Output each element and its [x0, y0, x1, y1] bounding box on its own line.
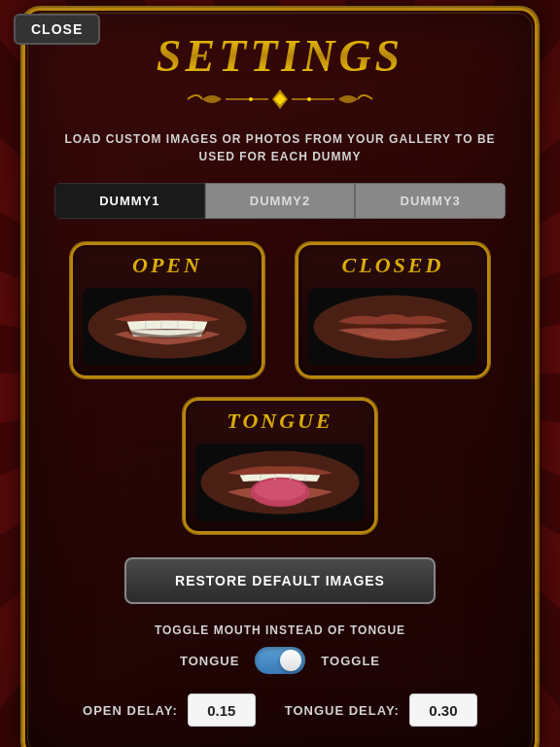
tongue-delay-input[interactable]: [409, 694, 477, 727]
subtitle-text: LOAD CUSTOM IMAGES OR PHOTOS FROM YOUR G…: [54, 130, 506, 165]
svg-point-5: [307, 97, 311, 101]
tongue-section: TONGUE: [54, 398, 506, 534]
open-label: OPEN: [73, 245, 262, 284]
ornament-decoration: [54, 86, 506, 119]
tongue-delay-group: TONGUE DELAY:: [285, 694, 477, 727]
toggle-left-label: TONGUE: [180, 654, 239, 668]
settings-panel: SETTINGS LOAD CUSTOM IMAGE: [22, 8, 538, 747]
tab-dummy2[interactable]: DUMMY2: [205, 183, 356, 219]
restore-default-button[interactable]: RESTORE DEFAULT IMAGES: [124, 557, 436, 604]
toggle-row: TONGUE TOGGLE: [54, 647, 506, 674]
toggle-right-label: TOGGLE: [321, 654, 380, 668]
svg-point-15: [255, 480, 305, 501]
dummy-tabs: DUMMY1 DUMMY2 DUMMY3: [54, 183, 506, 219]
tongue-delay-label: TONGUE DELAY:: [285, 703, 400, 718]
open-mouth-button[interactable]: OPEN: [70, 242, 264, 378]
tongue-mouth-button[interactable]: TONGUE: [183, 398, 377, 534]
tab-dummy1[interactable]: DUMMY1: [54, 183, 205, 219]
delay-row: OPEN DELAY: TONGUE DELAY:: [54, 694, 506, 727]
page-title: SETTINGS: [54, 30, 506, 82]
closed-label: CLOSED: [298, 245, 487, 284]
open-delay-group: OPEN DELAY:: [83, 694, 256, 727]
tongue-label: TONGUE: [186, 401, 374, 440]
svg-point-4: [249, 97, 253, 101]
toggle-title: TOGGLE MOUTH INSTEAD OF TONGUE: [54, 623, 506, 637]
open-mouth-image: [83, 288, 252, 366]
open-delay-input[interactable]: [188, 694, 256, 727]
close-button[interactable]: CLOSE: [14, 14, 100, 45]
closed-mouth-button[interactable]: CLOSED: [296, 242, 490, 378]
open-delay-label: OPEN DELAY:: [83, 703, 178, 718]
toggle-section: TOGGLE MOUTH INSTEAD OF TONGUE TONGUE TO…: [54, 623, 506, 674]
svg-point-12: [361, 330, 424, 340]
closed-mouth-image: [308, 288, 477, 366]
tab-dummy3[interactable]: DUMMY3: [355, 183, 506, 219]
mouth-buttons-row: OPEN: [54, 242, 506, 378]
tongue-mouth-image: [195, 444, 365, 521]
toggle-switch[interactable]: [255, 647, 305, 674]
